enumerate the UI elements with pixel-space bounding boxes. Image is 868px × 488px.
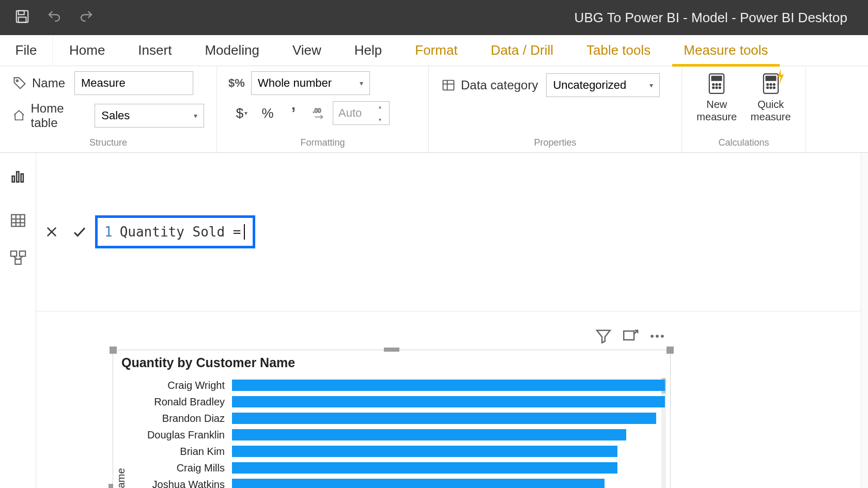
group-structure: Name Measure Home table Sales Structure <box>0 66 217 152</box>
file-tab[interactable]: File <box>0 35 53 66</box>
home-table-select[interactable]: Sales <box>95 104 204 128</box>
svg-rect-1 <box>19 11 24 15</box>
bar-row[interactable]: Joshua Watkins <box>129 476 665 488</box>
tab-measure-tools[interactable]: Measure tools <box>667 35 784 66</box>
ribbon-tabs: File Home Insert Modeling View Help Form… <box>0 35 868 66</box>
category-icon <box>441 78 456 92</box>
tab-view[interactable]: View <box>276 35 338 66</box>
redo-icon[interactable] <box>79 9 94 26</box>
currency-button[interactable]: $▾ <box>229 101 254 125</box>
report-view-icon[interactable] <box>9 167 27 185</box>
bar-row[interactable]: Craig Wright <box>129 377 665 393</box>
data-category-select[interactable]: Uncategorized <box>546 73 660 97</box>
chart-bars: Craig WrightRonald BradleyBrandon DiazDo… <box>129 375 665 488</box>
svg-point-23 <box>773 87 774 88</box>
percent-button[interactable]: % <box>255 101 280 125</box>
data-view-icon[interactable] <box>9 212 27 229</box>
svg-point-21 <box>767 87 768 88</box>
group-calculations-label: Calculations <box>694 137 793 150</box>
group-properties: Data category Uncategorized Properties <box>429 66 682 152</box>
svg-rect-5 <box>443 81 454 90</box>
view-switcher <box>0 153 36 488</box>
bar-fill <box>232 413 656 424</box>
chart-title: Quantity by Customer Name <box>113 350 670 374</box>
bar-label: Brandon Diaz <box>129 413 232 424</box>
ribbon: Name Measure Home table Sales Structure … <box>0 66 868 153</box>
more-options-icon[interactable] <box>648 327 666 345</box>
svg-rect-26 <box>21 174 23 182</box>
bar-chart-visual[interactable]: Quantity by Customer Name Customer Name … <box>113 350 671 488</box>
bar-label: Ronald Bradley <box>129 396 232 408</box>
svg-point-12 <box>719 84 721 85</box>
formula-bar: 1 Quantity Sold = <box>36 153 861 311</box>
svg-point-41 <box>656 335 659 338</box>
quick-measure-button[interactable]: Quick measure <box>749 71 794 123</box>
bar-label: Joshua Watkins <box>129 479 232 489</box>
filter-icon[interactable] <box>595 327 612 345</box>
home-icon <box>12 108 26 123</box>
tab-data-drill[interactable]: Data / Drill <box>474 35 570 66</box>
undo-icon[interactable] <box>47 9 62 26</box>
svg-point-11 <box>716 84 718 85</box>
svg-point-19 <box>770 84 771 85</box>
svg-point-3 <box>17 80 18 82</box>
bar-fill <box>232 446 617 457</box>
tab-format[interactable]: Format <box>398 35 474 66</box>
quick-calculator-icon <box>761 71 781 96</box>
thousands-button[interactable]: ’ <box>281 101 306 125</box>
bar-row[interactable]: Douglas Franklin <box>129 427 665 443</box>
svg-rect-27 <box>11 215 25 227</box>
formula-commit-button[interactable] <box>70 223 89 241</box>
bar-row[interactable]: Ronald Bradley <box>129 393 665 410</box>
formula-highlight <box>95 215 255 248</box>
tab-insert[interactable]: Insert <box>121 35 188 66</box>
name-input[interactable]: Measure <box>74 71 193 95</box>
bar-row[interactable]: Brian Kim <box>129 443 665 460</box>
svg-rect-32 <box>10 251 16 256</box>
bar-label: Craig Mills <box>129 462 232 474</box>
tab-help[interactable]: Help <box>338 35 398 66</box>
svg-text:.00: .00 <box>313 107 321 114</box>
bar-label: Brian Kim <box>129 446 232 458</box>
workspace: 1 Quantity Sold = <box>0 153 868 488</box>
home-table-label: Home table <box>31 101 89 130</box>
focus-mode-icon[interactable] <box>622 327 639 345</box>
model-view-icon[interactable] <box>9 249 27 266</box>
svg-rect-34 <box>15 259 21 264</box>
new-measure-button[interactable]: New measure <box>694 71 739 123</box>
svg-point-10 <box>712 84 714 85</box>
bar-fill <box>232 462 617 474</box>
tab-table-tools[interactable]: Table tools <box>570 35 667 66</box>
format-select[interactable]: Whole number <box>251 71 370 95</box>
tab-modeling[interactable]: Modeling <box>188 35 276 66</box>
report-canvas[interactable]: Quantity by Customer Name Customer Name … <box>36 311 861 488</box>
bar-fill <box>232 380 665 391</box>
right-pane-edge[interactable] <box>861 153 868 488</box>
svg-point-18 <box>767 84 768 85</box>
bar-row[interactable]: Craig Mills <box>129 460 665 476</box>
svg-point-40 <box>650 335 654 338</box>
formula-cancel-button[interactable] <box>42 223 61 241</box>
bar-fill <box>232 479 605 488</box>
svg-rect-17 <box>766 76 776 81</box>
bar-fill <box>232 429 626 440</box>
tab-home[interactable]: Home <box>53 35 121 66</box>
format-icon: $% <box>229 76 244 90</box>
group-structure-label: Structure <box>12 137 204 150</box>
tag-icon <box>12 76 27 90</box>
decimal-places-input[interactable]: Auto ▴▾ <box>333 101 390 125</box>
data-category-label: Data category <box>461 78 538 92</box>
svg-point-42 <box>661 335 664 338</box>
name-label: Name <box>32 76 65 90</box>
bar-label: Douglas Franklin <box>129 429 232 441</box>
bar-row[interactable]: Brandon Diaz <box>129 410 665 427</box>
svg-rect-24 <box>12 176 14 182</box>
title-bar: UBG To Power BI - Model - Power BI Deskt… <box>0 0 868 35</box>
save-icon[interactable] <box>14 9 30 26</box>
group-properties-label: Properties <box>441 137 669 150</box>
decimal-toggle-button[interactable]: .00 <box>307 101 332 125</box>
chart-y-axis-label: Customer Name <box>113 375 129 488</box>
window-title: UBG To Power BI - Model - Power BI Deskt… <box>94 10 868 26</box>
svg-rect-9 <box>712 76 722 81</box>
svg-point-15 <box>719 87 721 88</box>
